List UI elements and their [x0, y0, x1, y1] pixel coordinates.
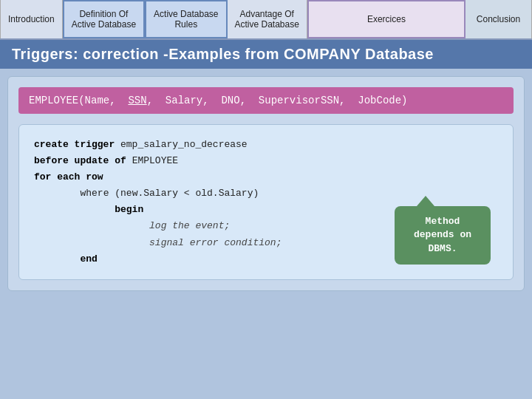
- main-content: EMPLOYEE(Name, SSN, Salary, DNO, Supervi…: [7, 76, 525, 291]
- log-event: log the event;: [149, 220, 230, 231]
- tab-advantage-label: Advantage OfActive Database: [235, 9, 299, 30]
- tab-conclusion-label: Conclusion: [477, 14, 520, 24]
- employee-schema-text: EMPLOYEE(Name, SSN, Salary, DNO, Supervi…: [29, 95, 408, 106]
- kw-begin: begin: [115, 204, 143, 215]
- code-line-2: before update of EMPLOYEE: [34, 153, 498, 169]
- kw-create-trigger: create trigger: [34, 139, 115, 150]
- tab-advantage[interactable]: Advantage OfActive Database: [228, 0, 307, 38]
- tab-exercices[interactable]: Exercices: [307, 0, 466, 38]
- tooltip-text: Methoddepends onDBMS.: [414, 216, 471, 253]
- table-name: EMPLOYEE: [126, 155, 178, 166]
- code-box: create trigger emp_salary_no_decrease be…: [18, 124, 514, 280]
- where-keyword: where: [80, 188, 115, 199]
- tab-introduction-label: Introduction: [8, 14, 55, 24]
- code-line-3: for each row: [34, 169, 498, 185]
- tab-active-rules-label: Active DatabaseRules: [154, 9, 218, 30]
- where-condition: (new.Salary < old.Salary): [115, 188, 259, 199]
- navigation-bar: Introduction Definition OfActive Databas…: [0, 0, 532, 40]
- ssn-underline: SSN: [128, 95, 146, 106]
- tab-introduction[interactable]: Introduction: [0, 0, 63, 38]
- kw-before-update: before update of: [34, 155, 126, 166]
- title-text: Triggers: correction -Examples from COMP…: [12, 46, 434, 62]
- signal-error: signal error condition;: [149, 237, 282, 248]
- kw-for-each-row: for each row: [34, 171, 103, 183]
- tab-definition[interactable]: Definition OfActive Database: [63, 0, 145, 38]
- tooltip-bubble: Methoddepends onDBMS.: [395, 206, 491, 265]
- page-title: Triggers: correction -Examples from COMP…: [0, 40, 532, 69]
- kw-end: end: [80, 253, 97, 265]
- tab-definition-label: Definition OfActive Database: [72, 9, 136, 30]
- tab-conclusion[interactable]: Conclusion: [466, 0, 532, 38]
- trigger-name: emp_salary_no_decrease: [115, 139, 247, 150]
- employee-schema-box: EMPLOYEE(Name, SSN, Salary, DNO, Supervi…: [18, 87, 514, 114]
- tab-active-rules[interactable]: Active DatabaseRules: [145, 0, 227, 38]
- tab-exercices-label: Exercices: [367, 14, 406, 24]
- code-line-1: create trigger emp_salary_no_decrease: [34, 137, 498, 153]
